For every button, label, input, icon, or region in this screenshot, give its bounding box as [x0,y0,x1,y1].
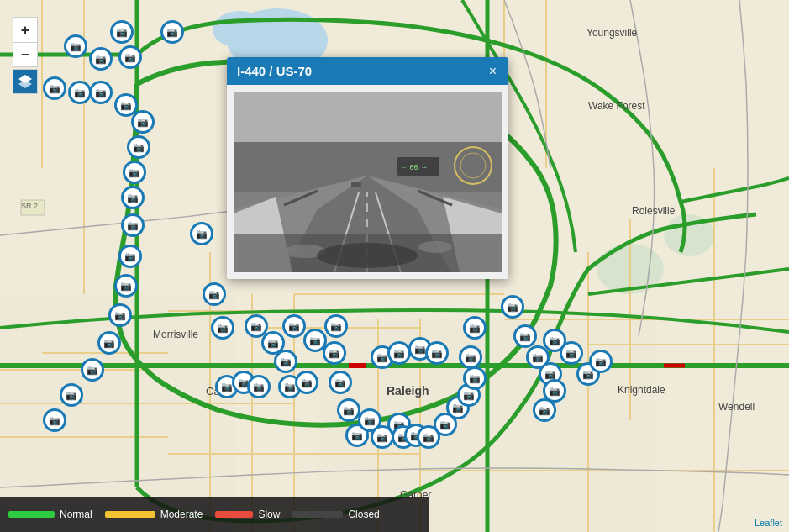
legend-bar-closed [292,511,343,518]
camera-marker-50[interactable] [274,350,297,373]
camera-marker-17[interactable] [108,303,132,327]
camera-marker-32[interactable] [337,398,360,422]
camera-marker-13[interactable] [121,186,145,209]
camera-popup: I-440 / US-70 × [227,57,508,279]
camera-marker-65[interactable] [247,375,271,398]
svg-text:Raleigh: Raleigh [387,384,429,398]
legend-bar-normal [8,511,55,518]
legend-bar-moderate [105,511,155,518]
camera-marker-53[interactable] [501,295,524,319]
camera-marker-29[interactable] [324,314,348,338]
popup-header: I-440 / US-70 × [227,57,508,85]
camera-marker-12[interactable] [123,161,146,184]
camera-marker-47[interactable] [387,341,411,365]
svg-text:Wake Forest: Wake Forest [588,100,645,112]
camera-marker-24[interactable] [211,316,234,340]
svg-text:Rolesville: Rolesville [632,205,676,217]
svg-text:Wendell: Wendell [718,401,755,413]
legend-label-slow: Slow [258,508,280,520]
camera-marker-15[interactable] [118,245,142,268]
camera-marker-30[interactable] [323,341,346,365]
camera-marker-22[interactable] [190,222,213,245]
camera-marker-54[interactable] [513,324,537,348]
legend: Normal Moderate Slow Closed [0,497,429,532]
svg-point-8 [213,11,266,48]
legend-item-slow: Slow [215,508,280,520]
camera-marker-23[interactable] [203,282,226,306]
camera-feed-image[interactable]: ← 66 → [234,92,502,272]
camera-marker-5[interactable] [118,45,142,69]
camera-marker-2[interactable] [110,20,134,44]
layers-button[interactable] [13,69,38,94]
camera-marker-18[interactable] [97,331,121,355]
camera-marker-11[interactable] [127,135,150,159]
popup-close-button[interactable]: × [487,65,498,78]
svg-text:Knightdale: Knightdale [618,384,665,396]
camera-marker-21[interactable] [43,408,66,432]
camera-marker-1[interactable] [160,20,184,44]
svg-marker-51 [18,80,32,88]
popup-title: I-440 / US-70 [237,64,312,78]
camera-marker-49[interactable] [425,341,449,365]
svg-point-72 [317,243,418,268]
camera-marker-10[interactable] [131,110,155,134]
legend-bar-slow [215,511,253,518]
legend-item-moderate: Moderate [105,508,203,520]
camera-marker-14[interactable] [121,213,145,237]
highway-camera-svg: ← 66 → [234,92,502,272]
camera-marker-3[interactable] [64,34,87,58]
legend-item-closed: Closed [292,508,379,520]
camera-marker-8[interactable] [89,81,113,104]
camera-marker-62[interactable] [589,350,613,373]
camera-marker-6[interactable] [43,76,66,100]
camera-marker-52[interactable] [295,371,318,394]
camera-marker-4[interactable] [89,47,113,71]
leaflet-attribution: Leaflet [755,518,782,528]
place-label-youngsville: Youngsville [586,27,638,39]
camera-marker-16[interactable] [114,274,138,298]
map-controls: + − [13,17,38,94]
popup-body: ← 66 → [227,85,508,279]
leaflet-link[interactable]: Leaflet [755,518,782,528]
map-container: Youngsville Wake Forest Rolesville Morri… [0,0,789,532]
svg-text:Morrisville: Morrisville [153,329,198,340]
legend-label-normal: Normal [60,508,92,520]
camera-marker-7[interactable] [68,81,92,104]
svg-text:SR 2: SR 2 [21,202,38,210]
legend-label-closed: Closed [348,508,379,520]
camera-marker-31[interactable] [329,371,352,394]
legend-item-normal: Normal [8,508,92,520]
legend-label-moderate: Moderate [160,508,203,520]
camera-marker-60[interactable] [560,341,583,365]
camera-marker-20[interactable] [60,383,83,407]
camera-marker-19[interactable] [81,358,104,382]
camera-marker-44[interactable] [459,345,482,369]
camera-marker-27[interactable] [282,314,306,338]
svg-text:← 66  →: ← 66 → [400,163,428,171]
zoom-in-button[interactable]: + [13,17,38,42]
camera-marker-58[interactable] [533,398,556,422]
camera-marker-43[interactable] [463,366,487,390]
zoom-out-button[interactable]: − [13,42,38,67]
camera-marker-45[interactable] [463,316,487,340]
layers-icon [18,74,33,89]
svg-rect-66 [351,182,361,187]
